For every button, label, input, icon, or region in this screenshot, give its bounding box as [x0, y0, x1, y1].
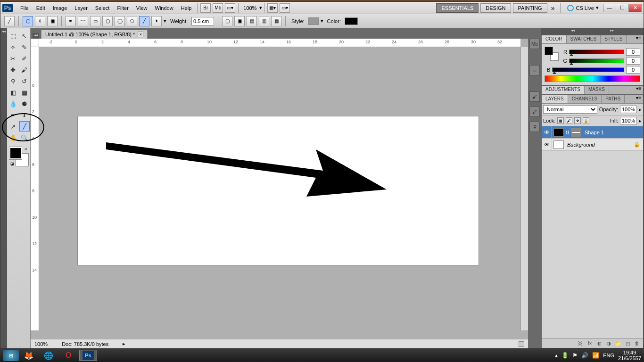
delete-layer-icon[interactable]: 🗑	[634, 340, 640, 347]
volume-icon[interactable]: 🔊	[581, 352, 588, 359]
menu-help[interactable]: Help	[177, 3, 196, 13]
brush-tool[interactable]: 🖌	[19, 65, 30, 75]
default-colors-icon[interactable]: ◪	[10, 162, 14, 166]
mode-subtract-icon[interactable]: ▤	[247, 16, 257, 26]
shape-layers-icon[interactable]: ▢	[23, 16, 33, 26]
maximize-button[interactable]: ☐	[616, 4, 629, 12]
panel-menu-icon[interactable]: ▾≡	[634, 86, 643, 94]
gradient-tool[interactable]: ▦	[19, 87, 30, 98]
bridge-icon[interactable]: Br	[200, 3, 211, 13]
workspace-essentials[interactable]: ESSENTIALS	[436, 3, 479, 13]
b-slider[interactable]	[552, 67, 624, 72]
minibridge-panel-icon[interactable]: Mb	[529, 39, 540, 49]
chrome-icon[interactable]: 🌐	[40, 350, 58, 361]
tab-styles[interactable]: STYLES	[601, 35, 627, 43]
history-brush-tool[interactable]: ↺	[19, 76, 30, 86]
link-layers-icon[interactable]: ⛓	[577, 340, 584, 347]
eyedropper-tool[interactable]: ✐	[19, 53, 30, 64]
workspace-more-icon[interactable]: »	[549, 4, 557, 12]
fill-pixels-icon[interactable]: ▣	[47, 16, 58, 26]
healing-tool[interactable]: ✚	[8, 65, 18, 75]
menu-edit[interactable]: Edit	[33, 3, 49, 13]
tab-paths[interactable]: PATHS	[602, 95, 625, 103]
layer-name[interactable]: Shape 1	[583, 130, 606, 135]
zoom-field[interactable]: 100%	[241, 4, 258, 12]
color-swatch[interactable]	[345, 17, 358, 25]
layer-name[interactable]: Background	[565, 142, 597, 148]
opera-icon[interactable]: O	[59, 350, 77, 361]
lock-position-icon[interactable]: ✥	[574, 117, 581, 124]
start-button[interactable]: ⊞	[3, 350, 19, 361]
crop-tool[interactable]: ✂	[8, 53, 18, 64]
layer-mask-icon[interactable]: ◐	[596, 340, 603, 347]
freeform-pen-icon[interactable]: 〰	[78, 16, 88, 26]
path-select-tool[interactable]: ↗	[8, 121, 18, 132]
b-input[interactable]	[626, 66, 640, 74]
menu-filter[interactable]: Filter	[113, 3, 132, 13]
tool-preset-icon[interactable]: ╱	[4, 16, 15, 26]
workspace-design[interactable]: DESIGN	[480, 3, 511, 13]
tab-color[interactable]: COLOR	[542, 35, 567, 43]
collapse-strip-tab[interactable]: ◂◂	[33, 33, 39, 39]
ellipse-icon[interactable]: ◯	[115, 16, 125, 26]
horizontal-ruler[interactable]: -202468101214161820222426283032	[39, 39, 520, 47]
battery-icon[interactable]: 🔋	[561, 352, 569, 359]
style-swatch[interactable]	[308, 17, 319, 25]
rounded-rect-icon[interactable]: ▢	[102, 16, 113, 26]
rect-icon[interactable]: ▭	[90, 16, 100, 26]
dodge-tool[interactable]: ⚈	[19, 99, 30, 109]
tray-expand-icon[interactable]: ▴	[555, 352, 558, 359]
r-input[interactable]	[626, 48, 640, 56]
clone-panel-icon[interactable]: ⚲	[529, 122, 540, 132]
g-input[interactable]	[626, 57, 640, 65]
lock-image-icon[interactable]: 🖌	[566, 117, 572, 124]
custom-shape-icon[interactable]: ✦	[151, 16, 162, 26]
move-tool[interactable]: ⬚	[8, 31, 18, 41]
tab-adjustments[interactable]: ADJUSTMENTS	[542, 86, 585, 94]
menu-window[interactable]: Window	[151, 3, 177, 13]
tab-masks[interactable]: MASKS	[585, 86, 609, 94]
status-zoom[interactable]: 100%	[34, 341, 48, 347]
lock-all-icon[interactable]: 🔒	[583, 117, 589, 124]
extras-icon[interactable]: ▭▾	[280, 3, 290, 13]
vector-mask-thumb[interactable]	[571, 128, 581, 137]
lock-transparent-icon[interactable]: ▦	[557, 117, 564, 124]
vertical-ruler[interactable]: 02468101214	[31, 47, 39, 330]
r-slider[interactable]	[569, 49, 624, 54]
close-button[interactable]: ✕	[628, 4, 642, 12]
polygon-icon[interactable]: ⬠	[127, 16, 137, 26]
status-docsize[interactable]: Doc: 785.3K/0 bytes	[62, 341, 108, 347]
menu-layer[interactable]: Layer	[71, 3, 91, 13]
foreground-color[interactable]	[9, 147, 22, 159]
status-scroll-icon[interactable]	[519, 341, 524, 347]
layer-thumb[interactable]	[553, 128, 564, 137]
layer-style-icon[interactable]: fx	[586, 340, 593, 347]
photoshop-task-icon[interactable]: Ps	[79, 350, 97, 361]
weight-input[interactable]	[191, 17, 214, 25]
minimize-button[interactable]: —	[603, 4, 616, 12]
mode-exclude-icon[interactable]: ▦	[271, 16, 281, 26]
tab-layers[interactable]: LAYERS	[542, 95, 568, 103]
pen-icon[interactable]: ✒	[66, 16, 76, 26]
g-slider[interactable]	[569, 58, 624, 63]
canvas[interactable]	[78, 116, 479, 265]
menu-view[interactable]: View	[132, 3, 151, 13]
group-icon[interactable]: 📁	[615, 340, 621, 347]
visibility-icon[interactable]: 👁	[542, 139, 552, 150]
cslive-button[interactable]: CS Live ▾	[564, 5, 602, 11]
collapse-strip-left[interactable]: ◂◂	[0, 28, 7, 348]
mode-intersect-icon[interactable]: ▥	[259, 16, 269, 26]
mode-add-icon[interactable]: ▣	[234, 16, 245, 26]
layer-thumb[interactable]	[553, 140, 564, 149]
layer-row-background[interactable]: 👁 Background 🔒	[542, 139, 643, 151]
quick-select-tool[interactable]: ✎	[19, 42, 30, 52]
language-indicator[interactable]: ENG	[603, 353, 614, 358]
panel-collapse-strip[interactable]: ◂◂ ▸▸	[541, 28, 644, 35]
brush-presets-panel-icon[interactable]: 🖍	[529, 107, 540, 117]
fill-input[interactable]	[620, 117, 637, 124]
type-tool[interactable]: T	[19, 110, 30, 120]
panel-menu-icon[interactable]: ▾≡	[634, 95, 643, 103]
panel-fg-color[interactable]	[545, 47, 553, 55]
stamp-tool[interactable]: ⚲	[8, 76, 18, 86]
eraser-tool[interactable]: ◧	[8, 87, 18, 98]
